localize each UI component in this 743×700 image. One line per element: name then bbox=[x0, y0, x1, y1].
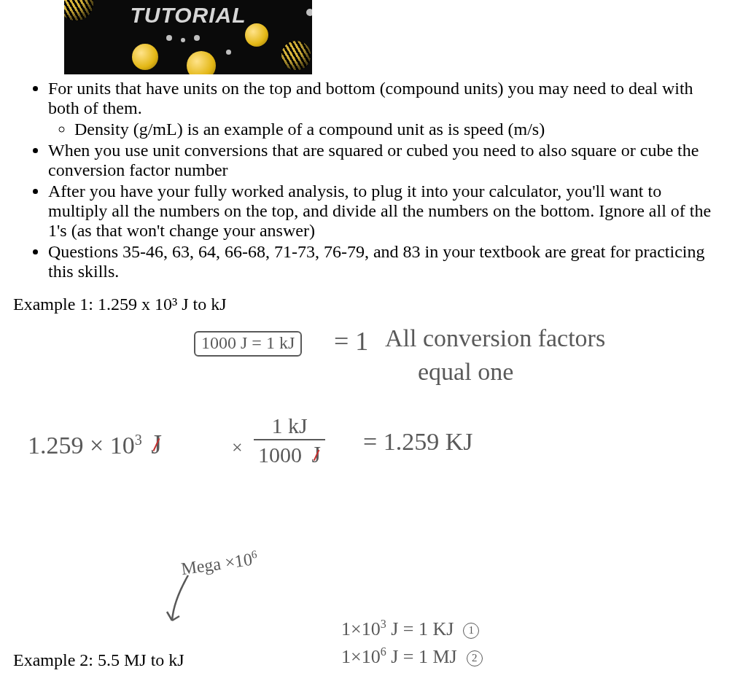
list-item: After you have your fully worked analysi… bbox=[48, 182, 721, 241]
example2-label: Example 2: 5.5 MJ to kJ bbox=[13, 650, 184, 670]
example1-handwriting: 1000 J = 1 kJ = 1 All conversion factors… bbox=[13, 320, 730, 553]
hw-box-conversion: 1000 J = 1 kJ bbox=[194, 331, 302, 357]
hw-equals-one: = 1 bbox=[334, 326, 368, 357]
hw-conv1-a: 1×10 bbox=[341, 618, 381, 639]
hw-conv1-b: J = 1 KJ bbox=[391, 618, 454, 639]
list-subitem: Density (g/mL) is an example of a compou… bbox=[74, 120, 721, 139]
hw-conv2-b: J = 1 MJ bbox=[391, 646, 457, 667]
hw-lhs-unit-struck: J bbox=[151, 428, 162, 460]
example1-label: Example 1: 1.259 x 10³ J to kJ bbox=[13, 295, 730, 314]
hw-conv1-num: 1 bbox=[463, 623, 479, 639]
hw-result: = 1.259 KJ bbox=[363, 428, 472, 456]
hw-lhs-val: 1.259 × 10 bbox=[28, 432, 135, 459]
example2-area: Mega ×106 1×103 J = 1 KJ 1 1×106 J = 1 M… bbox=[13, 553, 730, 677]
hw-frac-den: 1000 J bbox=[254, 439, 325, 466]
notes-list: For units that have units on the top and… bbox=[13, 79, 730, 281]
tutorial-banner: TUTORIAL bbox=[64, 0, 312, 74]
hw-conv2-exp: 6 bbox=[381, 645, 386, 658]
hw-conv2-num: 2 bbox=[467, 650, 483, 666]
hw-note-line1: All conversion factors bbox=[385, 324, 605, 352]
list-item: For units that have units on the top and… bbox=[48, 79, 721, 139]
hw-conv1-exp: 3 bbox=[381, 618, 386, 630]
hw-conv2-a: 1×10 bbox=[341, 646, 381, 667]
list-text: For units that have units on the top and… bbox=[48, 79, 693, 117]
hw-frac-num: 1 kJ bbox=[254, 415, 325, 439]
banner-title: TUTORIAL bbox=[64, 3, 312, 28]
hw-frac-den-unit-struck: J bbox=[312, 443, 321, 466]
list-item: Questions 35-46, 63, 64, 66-68, 71-73, 7… bbox=[48, 242, 721, 281]
hw-note-line2: equal one bbox=[418, 358, 513, 386]
hw-times: × bbox=[232, 437, 243, 459]
hw-fraction: 1 kJ 1000 J bbox=[254, 415, 325, 466]
hw-mega-exp: 6 bbox=[251, 548, 258, 561]
hw-conv2: 1×106 J = 1 MJ 2 bbox=[341, 645, 483, 668]
hw-lhs-exp: 3 bbox=[135, 432, 142, 448]
hw-conv1: 1×103 J = 1 KJ 1 bbox=[341, 618, 479, 640]
arrow-icon bbox=[159, 568, 203, 634]
hw-frac-den-val: 1000 bbox=[258, 443, 302, 467]
list-item: When you use unit conversions that are s… bbox=[48, 141, 721, 180]
hw-lhs: 1.259 × 103 J bbox=[28, 428, 162, 460]
